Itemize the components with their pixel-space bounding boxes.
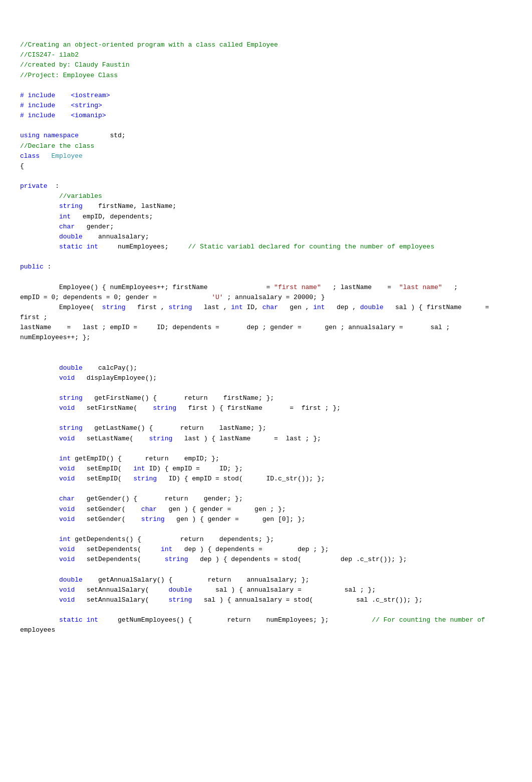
indent7 <box>20 364 59 372</box>
code-editor: //Creating an object-oriented program wi… <box>20 30 512 635</box>
indent5 <box>20 243 59 250</box>
var-numemployees: numEmployees; <box>98 243 188 250</box>
method-getannualsalary: getAnnualSalary() { return annualsalary;… <box>83 576 309 584</box>
param-last: last , <box>192 304 231 311</box>
param-dep: dep , <box>325 304 360 311</box>
comment-variables: //variables <box>20 192 102 200</box>
param-id: ID, <box>243 304 262 311</box>
employees-cont: employees <box>20 626 55 634</box>
comment-line4: //Project: Employee Class <box>20 72 118 79</box>
method-setgender-char: setGender( <box>75 505 141 513</box>
indent25 <box>20 616 59 624</box>
type-void1: void <box>59 374 75 382</box>
param-dep3: dep ) { dependents = stod( dep .c_str())… <box>188 556 407 563</box>
indent17 <box>20 505 59 513</box>
param-gen3: gen ) { gender = gen [0]; }; <box>165 515 306 523</box>
preprocessor-2: # include <string> <box>20 102 102 109</box>
string-u: 'U' <box>211 294 223 301</box>
type-void5: void <box>59 475 75 482</box>
method-setannualsalary-string: setAnnualSalary( <box>75 596 168 604</box>
type-double-ret1: double <box>59 364 83 372</box>
comment-line3: //created by: Claudy Faustin <box>20 61 129 69</box>
private-colon: : <box>48 182 59 190</box>
semicolon1: ; lastName = <box>321 284 399 291</box>
type-double-param2: double <box>168 586 192 594</box>
type-double1: double <box>59 233 83 240</box>
numemployees-line: numEmployees++; }; <box>20 334 90 341</box>
method-setlastname: setLastName( <box>75 435 149 442</box>
type-string-param3: string <box>153 404 176 412</box>
indent14 <box>20 465 59 472</box>
type-string-ret1: string <box>59 394 83 402</box>
indent10 <box>20 404 59 412</box>
type-string-param1: string <box>102 304 126 311</box>
comment-line2: //CIS247- ilab2 <box>20 51 79 59</box>
method-getfirstname: getFirstName() { return firstName; }; <box>83 394 274 402</box>
indent6: Employee() { numEmployees++; firstName = <box>20 284 274 291</box>
keyword-public: public <box>20 263 44 271</box>
indent16 <box>20 495 59 502</box>
indent15 <box>20 475 59 482</box>
indent18 <box>20 515 59 523</box>
indent21 <box>20 556 59 563</box>
type-void6: void <box>59 505 75 513</box>
indent12 <box>20 435 59 442</box>
public-colon: : <box>44 263 52 271</box>
type-int-ret2: int <box>59 536 71 543</box>
type-string-param2: string <box>168 304 192 311</box>
param-first: first , <box>126 304 169 311</box>
keyword-static1: static <box>59 243 83 250</box>
indent2 <box>20 213 59 220</box>
type-char-param: char <box>262 304 278 311</box>
method-setgender-string: setGender( <box>75 515 141 523</box>
param-last2: last ) { lastName = last ; }; <box>172 435 321 442</box>
type-char1: char <box>59 223 75 230</box>
type-int1: int <box>59 213 71 220</box>
method-getempid: getEmpID() { return empID; }; <box>71 455 219 462</box>
indent23 <box>20 586 59 594</box>
space-static <box>83 243 87 250</box>
keyword-class: class <box>20 152 40 160</box>
indent9 <box>20 394 59 402</box>
empid-line: empID = 0; dependents = 0; gender = <box>20 294 211 301</box>
param-dep2: dep ) { dependents = dep ; }; <box>172 546 329 553</box>
type-string-param5: string <box>133 475 157 482</box>
method-calcpay: calcPay(); <box>83 364 137 372</box>
indent19 <box>20 536 59 543</box>
type-double-param: double <box>360 304 384 311</box>
annualsalary-default: ; annualsalary = 20000; } <box>223 294 325 301</box>
classname-employee: Employee <box>51 152 82 160</box>
employee-constructor: Employee( <box>20 304 102 311</box>
type-void4: void <box>59 465 75 472</box>
string-lastname-default: "last name" <box>399 284 442 291</box>
param-gen: gen , <box>278 304 313 311</box>
comment-counting: // For counting the number of <box>372 616 485 624</box>
brace-open: { <box>20 162 24 170</box>
indent1 <box>20 202 59 210</box>
indent20 <box>20 546 59 553</box>
type-void11: void <box>59 596 75 604</box>
lastname-line: lastName = last ; empID = ID; dependents… <box>20 324 450 331</box>
space1 <box>40 152 51 160</box>
var-gender: gender; <box>75 223 114 230</box>
type-char-param2: char <box>141 505 157 513</box>
type-void3: void <box>59 435 75 442</box>
param-gen2: gen ) { gender = gen ; }; <box>157 505 286 513</box>
preprocessor-3: # include <iomanip> <box>20 112 106 119</box>
string-firstname-default: "first name" <box>274 284 321 291</box>
type-char-ret1: char <box>59 495 75 502</box>
type-int-param2: int <box>313 304 325 311</box>
type-string1: string <box>59 202 83 210</box>
type-void10: void <box>59 586 75 594</box>
type-string-param8: string <box>168 596 192 604</box>
namespace-std: std; <box>79 132 126 139</box>
comment-declare: //Declare the class <box>20 142 94 150</box>
var-names: firstName, lastName; <box>83 202 176 210</box>
space-static2 <box>83 616 87 624</box>
type-void2: void <box>59 404 75 412</box>
method-setdependents-int: setDependents( <box>75 546 161 553</box>
method-displayemployee: displayEmployee(); <box>75 374 157 382</box>
method-getdependents: getDependents() { return dependents; }; <box>71 536 274 543</box>
var-salary: annualsalary; <box>83 233 149 240</box>
indent8 <box>20 374 59 382</box>
